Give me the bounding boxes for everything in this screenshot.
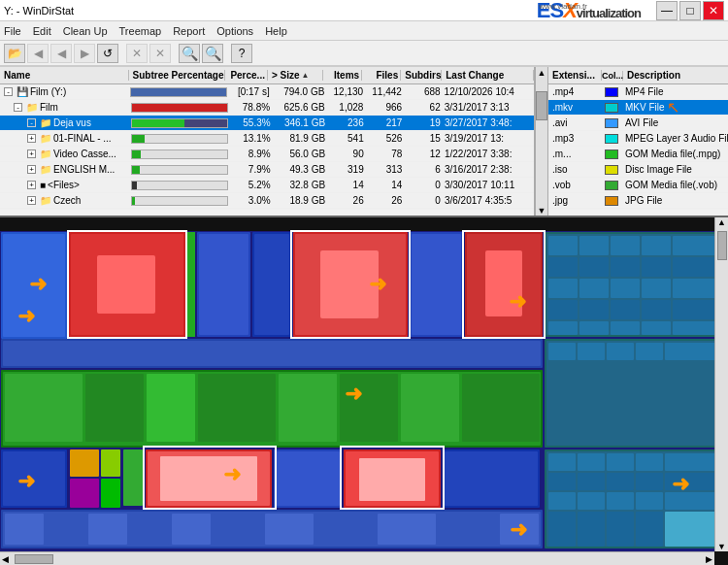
toolbar-forward-button[interactable]: ▶ <box>74 44 95 63</box>
toolbar-zoom-out-button[interactable]: 🔍 <box>202 44 223 63</box>
scroll-v-thumb[interactable] <box>717 231 727 260</box>
scroll-right-button[interactable]: ▶ <box>704 554 714 564</box>
ext-color-cell <box>602 194 621 208</box>
folder-icon: 📁 <box>40 164 51 175</box>
col-perc[interactable]: Perce... <box>225 70 268 81</box>
url-label: www.vladan.fr <box>539 2 587 11</box>
scroll-up-button[interactable]: ▲ <box>538 68 546 78</box>
table-row[interactable]: + 📁 01-FINAL - ... 13.1% 81.9 GB 541 526… <box>0 131 534 147</box>
col-name[interactable]: Name <box>0 70 129 81</box>
ext-row[interactable]: .mkv MKV File ↖ <box>548 100 728 116</box>
color-swatch <box>605 196 618 206</box>
subtree-bar <box>131 103 228 113</box>
table-row[interactable]: - 📁 Film 78.8% 625.6 GB 1,028 966 62 3/3… <box>0 100 534 116</box>
table-row[interactable]: + ■ <Files> 5.2% 32.8 GB 14 14 0 3/30/20… <box>0 178 534 193</box>
toolbar-refresh-button[interactable]: ↺ <box>97 44 118 63</box>
ext-desc: Disc Image File <box>621 164 728 175</box>
close-button[interactable]: ✕ <box>703 1 724 20</box>
svg-rect-100 <box>636 453 663 471</box>
maximize-button[interactable]: □ <box>679 1 701 20</box>
table-row[interactable]: + 📁 Czech 3.0% 18.9 GB 26 26 0 3/6/2017 … <box>0 193 534 209</box>
menu-cleanup[interactable]: Clean Up <box>63 25 108 37</box>
ext-row[interactable]: .vob GOM Media file(.vob) <box>548 178 728 193</box>
toolbar-back-button[interactable]: ◀ <box>27 44 49 63</box>
table-row[interactable]: + 📁 Video Casse... 8.9% 56.0 GB 90 78 12 <box>0 147 534 162</box>
menu-treemap[interactable]: Treemap <box>119 25 162 37</box>
col-desc[interactable]: Description <box>623 70 728 81</box>
toolbar-help-button[interactable]: ? <box>231 44 252 63</box>
row-perc: 55.3% <box>230 117 272 128</box>
svg-rect-115 <box>636 512 663 547</box>
ext-desc: MPEG Layer 3 Audio File <box>621 133 728 144</box>
col-color[interactable]: Col... <box>602 71 623 81</box>
subtree-bar <box>131 118 228 128</box>
collapse-icon[interactable]: - <box>27 118 36 127</box>
svg-rect-88 <box>172 514 211 545</box>
file-table-scrollbar[interactable]: ▲ ▼ <box>535 67 548 216</box>
bar-fill <box>132 166 140 174</box>
treemap-area[interactable]: ➜ ➜ ➜ ➜ ➜ ➜ ➜ ➜ ➜ ◀ ▶ ▲ ▼ <box>0 217 728 565</box>
expand-icon[interactable]: + <box>27 181 36 189</box>
svg-rect-39 <box>642 300 671 319</box>
row-subtree <box>129 103 230 113</box>
scroll-left-button[interactable]: ◀ <box>0 554 11 564</box>
expand-icon[interactable]: + <box>27 134 36 143</box>
table-row[interactable]: + 📁 ENGLISH M... 7.9% 49.3 GB 319 313 6 … <box>0 162 534 178</box>
menu-edit[interactable]: Edit <box>33 25 51 37</box>
row-size: 56.0 GB <box>273 149 328 159</box>
menu-options[interactable]: Options <box>216 25 253 37</box>
minimize-button[interactable]: — <box>656 1 678 20</box>
row-items: 90 <box>327 149 366 159</box>
treemap-scrollbar-h[interactable]: ◀ ▶ <box>0 551 714 565</box>
ext-name: .iso <box>548 164 602 175</box>
scroll-up-button[interactable]: ▲ <box>717 217 726 227</box>
table-row[interactable]: - 📁 Deja vus 55.3% 346.1 GB 236 217 19 3… <box>0 116 534 131</box>
col-subdirs[interactable]: Subdirs <box>401 70 442 81</box>
ext-row[interactable]: .avi AVI File <box>548 116 728 131</box>
table-row[interactable]: - 💾 Film (Y:) [0:17 s] 794.0 GB 12,130 1… <box>0 84 534 100</box>
svg-rect-31 <box>548 279 578 298</box>
ext-row[interactable]: .mp4 MP4 File <box>548 84 728 100</box>
svg-rect-89 <box>214 514 262 545</box>
menu-file[interactable]: File <box>4 25 21 37</box>
svg-rect-97 <box>548 453 576 471</box>
row-items: 236 <box>327 117 366 128</box>
toolbar-zoom-in-button[interactable]: 🔍 <box>179 44 200 63</box>
toolbar-open-button[interactable]: 📂 <box>4 44 25 63</box>
col-size[interactable]: > Size▲ <box>268 70 323 81</box>
svg-rect-44 <box>642 321 671 335</box>
menu-report[interactable]: Report <box>173 25 205 37</box>
menu-help[interactable]: Help <box>265 25 287 37</box>
col-files[interactable]: Files <box>362 70 401 81</box>
treemap-svg: ➜ ➜ ➜ ➜ ➜ ➜ ➜ ➜ ➜ <box>0 217 728 565</box>
ext-row[interactable]: .m... GOM Media file(.mpg) <box>548 147 728 162</box>
toolbar-cleanup-button[interactable]: ✕ <box>126 44 148 63</box>
scroll-thumb[interactable] <box>536 91 547 120</box>
toolbar-delete-button[interactable]: ✕ <box>149 44 171 63</box>
row-files: 966 <box>365 102 404 113</box>
collapse-icon[interactable]: - <box>4 87 13 96</box>
svg-rect-116 <box>665 512 721 547</box>
scroll-down-button[interactable]: ▼ <box>717 542 726 551</box>
cursor-arrow-icon: ↖ <box>667 100 679 116</box>
col-ext[interactable]: Extensi... <box>548 70 602 81</box>
svg-rect-91 <box>316 514 375 545</box>
col-lastchange[interactable]: Last Change <box>442 70 534 81</box>
ext-row[interactable]: .iso Disc Image File <box>548 162 728 178</box>
ext-row[interactable]: .mp3 MPEG Layer 3 Audio File <box>548 131 728 147</box>
ext-row[interactable]: .jpg JPG File <box>548 193 728 209</box>
expand-icon[interactable]: + <box>27 150 36 158</box>
scroll-h-thumb[interactable] <box>15 554 53 564</box>
expand-icon[interactable]: + <box>27 196 36 205</box>
svg-rect-61 <box>578 343 605 360</box>
collapse-icon[interactable]: - <box>14 103 22 112</box>
toolbar-back2-button[interactable]: ◀ <box>50 44 72 63</box>
treemap-arrow: ➜ <box>345 382 362 406</box>
treemap-scrollbar-v[interactable]: ▲ ▼ <box>714 217 728 551</box>
ext-color-cell <box>602 179 621 192</box>
col-items[interactable]: Items <box>323 70 362 81</box>
col-subtree[interactable]: Subtree Percentage <box>129 70 226 81</box>
scroll-down-button[interactable]: ▼ <box>538 206 546 216</box>
expand-icon[interactable]: + <box>27 165 36 174</box>
row-items: 12,130 <box>326 86 365 97</box>
